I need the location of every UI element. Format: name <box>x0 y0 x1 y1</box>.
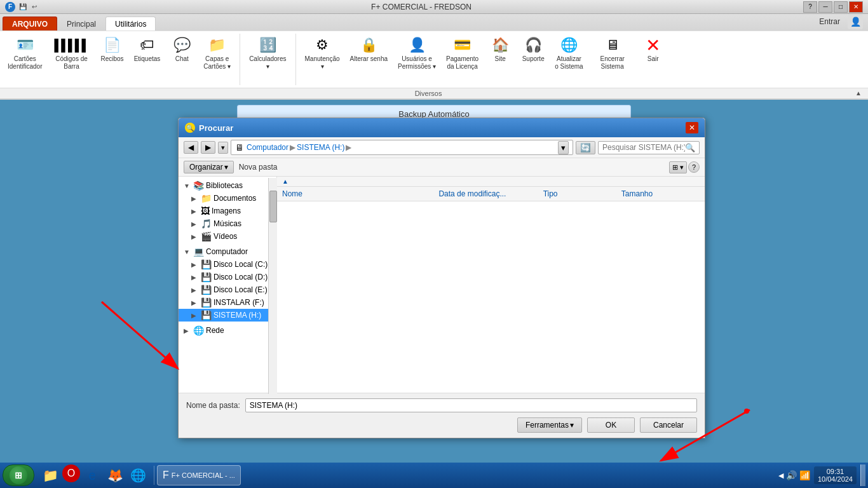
taskbar-ie-icon[interactable]: e <box>81 464 103 486</box>
expand-instalar-f[interactable]: ▶ <box>191 299 199 306</box>
pagamento-icon: 💳 <box>452 35 473 55</box>
taskbar-firefox-icon[interactable]: 🦊 <box>104 464 126 486</box>
expand-bibliotecas[interactable]: ▼ <box>184 182 191 189</box>
tree-item-documentos[interactable]: ▶ 📁 Documentos <box>179 192 276 205</box>
folder-name-input[interactable] <box>245 398 697 412</box>
close-btn[interactable]: ✕ <box>849 1 863 13</box>
tray-arrow[interactable]: ◀ <box>778 471 783 480</box>
entrar-button[interactable]: Entrar <box>815 16 844 27</box>
ribbon-item-encerrar[interactable]: 🖥 Encerrar Sistema <box>591 34 634 72</box>
ribbon: ARQUIVO Principal Utilitários Entrar 👤 🪪… <box>0 14 868 100</box>
file-dialog: 🔍 Procurar ✕ ◀ ▶ ▾ 🖥 Computador ▶ SISTEM… <box>178 118 705 438</box>
col-type[interactable]: Tipo <box>543 189 621 198</box>
ribbon-item-calculadores[interactable]: 🔢 Calculadores▾ <box>247 34 288 72</box>
tree-item-disco-e[interactable]: ▶ 💾 Disco Local (E:) <box>179 283 276 296</box>
refresh-button[interactable]: 🔄 <box>576 141 595 154</box>
expand-disco-d[interactable]: ▶ <box>191 274 199 281</box>
tree-scrollbar[interactable] <box>268 178 277 394</box>
tray-network[interactable]: 📶 <box>799 470 810 480</box>
quick-undo-btn[interactable]: ↩ <box>29 2 39 12</box>
ribbon-item-alterar-senha[interactable]: 🔒 Alterar senha <box>348 34 390 64</box>
forward-button[interactable]: ▶ <box>201 141 215 154</box>
minimize-btn[interactable]: ─ <box>818 1 832 13</box>
show-desktop-btn[interactable] <box>860 464 865 486</box>
sair-icon: ✕ <box>643 35 663 55</box>
ribbon-item-etiquetas[interactable]: 🏷 Etiquetas <box>132 34 163 64</box>
taskbar-app-fcomercial[interactable]: F F+ COMERCIAL - ... <box>157 465 241 485</box>
expand-musicas[interactable]: ▶ <box>191 220 199 227</box>
expand-imagens[interactable]: ▶ <box>191 208 199 215</box>
ribbon-item-site[interactable]: 🏠 Site <box>486 34 514 64</box>
start-button[interactable]: ⊞ <box>3 464 34 486</box>
user-avatar: 👤 <box>848 14 863 29</box>
new-folder-button[interactable]: Nova pasta <box>239 163 278 172</box>
ribbon-item-codigos[interactable]: ▌▌▌▌▌ Códigos de Barra <box>50 34 93 72</box>
expand-computador[interactable]: ▼ <box>184 248 191 255</box>
expand-videos[interactable]: ▶ <box>191 233 199 240</box>
taskbar-chrome-icon[interactable]: 🌐 <box>127 464 149 486</box>
address-part-computador[interactable]: Computador <box>247 143 288 152</box>
search-icon: 🔍 <box>685 143 695 152</box>
clock[interactable]: 09:31 10/04/2024 <box>814 466 857 484</box>
sistema-h-label: SISTEMA (H:) <box>214 311 261 320</box>
scrollbar-thumb[interactable] <box>269 191 277 222</box>
expand-sistema-h[interactable]: ▶ <box>191 312 199 319</box>
expand-disco-e[interactable]: ▶ <box>191 287 199 294</box>
col-date[interactable]: Data de modificaç... <box>438 189 543 198</box>
ribbon-collapse[interactable]: ▲ <box>855 90 862 97</box>
tray-speaker[interactable]: 🔊 <box>786 470 797 480</box>
tree-item-bibliotecas[interactable]: ▼ 📚 Bibliotecas <box>179 179 276 192</box>
tree-item-videos[interactable]: ▶ 🎬 Vídeos <box>179 230 276 243</box>
tab-principal[interactable]: Principal <box>57 17 105 30</box>
quick-save-btn[interactable]: 💾 <box>18 2 28 12</box>
folder-name-row: Nome da pasta: <box>186 398 697 412</box>
ribbon-item-usuarios[interactable]: 👤 Usuários ePermissões ▾ <box>395 34 438 72</box>
dialog-body: ▼ 📚 Bibliotecas ▶ 📁 Documentos ▶ 🖼 Image… <box>179 177 705 393</box>
tree-item-disco-c[interactable]: ▶ 💾 Disco Local (C:) <box>179 258 276 271</box>
ribbon-item-atualizar[interactable]: 🌐 Atualizaro Sistema <box>552 34 585 72</box>
ribbon-item-suporte[interactable]: 🎧 Suporte <box>519 34 547 64</box>
taskbar-explorer-icon[interactable]: 📁 <box>39 464 61 486</box>
cancel-button[interactable]: Cancelar <box>640 417 697 433</box>
expand-documentos[interactable]: ▶ <box>191 195 199 202</box>
tree-item-imagens[interactable]: ▶ 🖼 Imagens <box>179 205 276 217</box>
taskbar-separator <box>154 466 154 485</box>
ribbon-item-sair[interactable]: ✕ Sair <box>639 34 667 64</box>
tab-arquivo[interactable]: ARQUIVO <box>3 17 57 30</box>
col-name[interactable]: Nome <box>282 189 438 198</box>
recibos-icon: 📄 <box>102 35 123 55</box>
ribbon-item-cartoes[interactable]: 🪪 CartõesIdentificador <box>5 34 44 72</box>
suporte-icon: 🎧 <box>523 35 543 55</box>
tree-item-computador[interactable]: ▼ 💻 Computador <box>179 245 276 258</box>
tree-item-musicas[interactable]: ▶ 🎵 Músicas <box>179 217 276 230</box>
col-size[interactable]: Tamanho <box>621 189 700 198</box>
ribbon-item-manutencao[interactable]: ⚙ Manutenção▾ <box>302 34 342 72</box>
ribbon-item-capas[interactable]: 📁 Capas eCartões ▾ <box>201 34 233 72</box>
address-dropdown-btn[interactable]: ▾ <box>558 141 569 154</box>
help-button[interactable]: ? <box>688 161 700 173</box>
maximize-btn[interactable]: □ <box>834 1 848 13</box>
dialog-close-button[interactable]: ✕ <box>686 122 698 133</box>
ferramentas-button[interactable]: Ferramentas ▾ <box>517 417 582 433</box>
ribbon-item-pagamento[interactable]: 💳 Pagamentoda Licença <box>444 34 481 72</box>
search-input[interactable] <box>602 143 685 152</box>
tab-utilitarios[interactable]: Utilitários <box>105 17 156 30</box>
tree-item-sistema-h[interactable]: ▶ 💾 SISTEMA (H:) <box>179 309 276 322</box>
etiquetas-icon: 🏷 <box>137 35 157 55</box>
tree-item-instalar-f[interactable]: ▶ 💾 INSTALAR (F:) <box>179 296 276 309</box>
tree-item-rede[interactable]: ▶ 🌐 Rede <box>179 324 276 337</box>
taskbar-opera-icon[interactable]: O <box>62 464 80 482</box>
organize-button[interactable]: Organizar ▾ <box>184 161 234 173</box>
address-part-sistema[interactable]: SISTEMA (H:) <box>297 143 344 152</box>
ok-button[interactable]: OK <box>587 417 635 433</box>
etiquetas-label: Etiquetas <box>134 55 161 63</box>
back-button[interactable]: ◀ <box>184 141 198 154</box>
expand-disco-c[interactable]: ▶ <box>191 261 199 268</box>
ribbon-item-chat[interactable]: 💬 Chat <box>168 34 196 64</box>
tree-item-disco-d[interactable]: ▶ 💾 Disco Local (D:) <box>179 271 276 283</box>
view-list-btn[interactable]: ⊞ ▾ <box>669 161 687 173</box>
nav-dropdown[interactable]: ▾ <box>218 142 228 154</box>
help-title-btn[interactable]: ? <box>803 1 817 13</box>
ribbon-item-recibos[interactable]: 📄 Recibos <box>98 34 126 64</box>
expand-rede[interactable]: ▶ <box>184 327 191 334</box>
